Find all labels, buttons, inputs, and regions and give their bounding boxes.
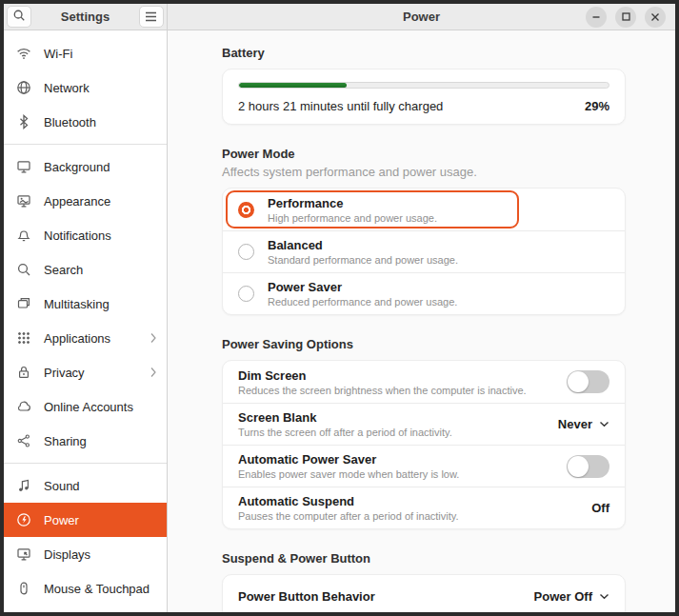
automatic-suspend-row[interactable]: Automatic Suspend Pauses the computer af… [223, 487, 625, 528]
bluetooth-icon [16, 114, 31, 129]
network-globe-icon [16, 80, 31, 95]
music-note-icon [16, 478, 31, 493]
power-mode-option-power-saver[interactable]: Power Saver Reduced performance and powe… [223, 272, 625, 314]
power-panel: Battery 2 hours 21 minutes until fully c… [168, 30, 675, 612]
screen-blank-row[interactable]: Screen Blank Turns the screen off after … [223, 403, 625, 445]
power-mode-heading: Power Mode [222, 147, 626, 161]
sidebar-item-label: Power [44, 513, 157, 527]
sidebar-item-bluetooth[interactable]: Bluetooth [4, 105, 167, 139]
sidebar-item-label: Online Accounts [44, 400, 157, 414]
search-icon [12, 9, 26, 26]
automatic-suspend-value: Off [591, 501, 609, 515]
sidebar-item-sound[interactable]: Sound [4, 468, 167, 503]
sidebar-item-label: Privacy [44, 366, 137, 380]
window-frame: Settings Power Wi-Fi Network Bluetooth [0, 0, 679, 616]
close-button[interactable] [645, 7, 666, 28]
sidebar-item-multitasking[interactable]: Multitasking [4, 287, 167, 321]
sidebar-item-notifications[interactable]: Notifications [4, 218, 167, 252]
appearance-icon [16, 193, 31, 209]
applications-grid-icon [16, 330, 31, 346]
sidebar-item-label: Bluetooth [44, 115, 157, 129]
chevron-right-icon [150, 367, 157, 378]
sidebar-item-label: Sharing [44, 434, 157, 448]
sidebar-item-wifi[interactable]: Wi-Fi [4, 36, 167, 70]
sidebar-item-network[interactable]: Network [4, 70, 167, 105]
search-button[interactable] [7, 6, 31, 28]
search-small-icon [16, 262, 31, 277]
battery-status-text: 2 hours 21 minutes until fully charged [238, 99, 443, 113]
sidebar-item-displays[interactable]: Displays [4, 537, 167, 571]
power-mode-card: Performance High performance and power u… [222, 188, 626, 315]
sidebar-item-label: Search [44, 263, 157, 277]
radio-unselected-icon[interactable] [238, 244, 254, 260]
window-controls [586, 4, 666, 30]
chevron-right-icon [150, 332, 157, 344]
sidebar-item-label: Multitasking [44, 297, 157, 311]
sidebar-item-keyboard[interactable]: Keyboard [4, 606, 167, 612]
battery-card: 2 hours 21 minutes until fully charged 2… [222, 69, 626, 125]
sidebar-item-power[interactable]: Power [4, 503, 167, 537]
dim-screen-row[interactable]: Dim Screen Reduces the screen brightness… [223, 361, 625, 403]
sidebar-item-mouse-touchpad[interactable]: Mouse & Touchpad [4, 571, 167, 606]
dim-screen-toggle[interactable] [567, 370, 609, 393]
radio-selected-icon[interactable] [238, 202, 254, 218]
settings-window: Settings Power Wi-Fi Network Bluetooth [4, 4, 675, 612]
main-header: Power [168, 4, 675, 30]
menu-button[interactable] [139, 6, 164, 28]
sidebar-item-online-accounts[interactable]: Online Accounts [4, 389, 167, 424]
suspend-heading: Suspend & Power Button [222, 551, 626, 566]
minimize-button[interactable] [586, 7, 607, 28]
sidebar-item-label: Notifications [44, 229, 157, 243]
multitasking-icon [16, 296, 31, 311]
toggle-knob [568, 456, 589, 477]
chevron-down-icon [599, 593, 609, 600]
sidebar-item-label: Mouse & Touchpad [44, 582, 157, 596]
toggle-knob [568, 371, 589, 392]
radio-unselected-icon[interactable] [238, 286, 254, 302]
sidebar-item-appearance[interactable]: Appearance [4, 184, 167, 218]
sidebar-item-sharing[interactable]: Sharing [4, 424, 167, 458]
automatic-power-saver-toggle[interactable] [567, 455, 609, 478]
cloud-icon [16, 399, 31, 414]
sidebar-item-label: Sound [44, 479, 157, 493]
sidebar-separator [4, 463, 167, 464]
automatic-power-saver-row[interactable]: Automatic Power Saver Enables power save… [223, 445, 625, 487]
sidebar-item-label: Displays [44, 547, 157, 562]
sidebar-item-applications[interactable]: Applications [4, 321, 167, 355]
battery-progress-fill [239, 83, 347, 88]
power-mode-option-performance[interactable]: Performance High performance and power u… [223, 189, 625, 230]
sidebar-item-privacy[interactable]: Privacy [4, 355, 167, 389]
chevron-down-icon [599, 421, 609, 427]
battery-heading: Battery [222, 46, 626, 60]
maximize-button[interactable] [615, 7, 636, 28]
wifi-icon [16, 46, 31, 61]
sidebar-item-label: Network [44, 81, 157, 95]
sidebar-item-search[interactable]: Search [4, 252, 167, 287]
power-saving-heading: Power Saving Options [222, 337, 626, 351]
power-icon [16, 512, 31, 527]
sidebar-item-label: Background [44, 160, 157, 174]
sidebar-separator [4, 144, 167, 145]
power-button-behavior-dropdown[interactable]: Power Off [534, 589, 609, 604]
sidebar-item-label: Wi-Fi [44, 47, 157, 61]
sidebar-item-background[interactable]: Background [4, 149, 167, 184]
background-icon [16, 159, 31, 174]
sidebar: Wi-Fi Network Bluetooth Background Appea… [4, 30, 168, 612]
mouse-icon [16, 581, 31, 596]
sidebar-title: Settings [61, 10, 110, 24]
displays-icon [16, 546, 31, 562]
power-mode-subtitle: Affects system performance and power usa… [222, 165, 626, 179]
sidebar-item-label: Applications [44, 331, 137, 346]
sidebar-item-label: Appearance [44, 194, 157, 209]
power-mode-option-balanced[interactable]: Balanced Standard performance and power … [223, 230, 625, 272]
screen-blank-dropdown[interactable]: Never [558, 417, 609, 431]
power-button-behavior-row[interactable]: Power Button Behavior Power Off [223, 575, 625, 612]
battery-progressbar [238, 82, 609, 89]
battery-percent: 29% [585, 99, 609, 113]
sidebar-header: Settings [4, 4, 168, 30]
page-title: Power [403, 10, 440, 24]
lock-icon [16, 365, 31, 380]
hamburger-menu-icon [145, 9, 157, 26]
suspend-card: Power Button Behavior Power Off [222, 574, 626, 612]
share-icon [16, 433, 31, 448]
